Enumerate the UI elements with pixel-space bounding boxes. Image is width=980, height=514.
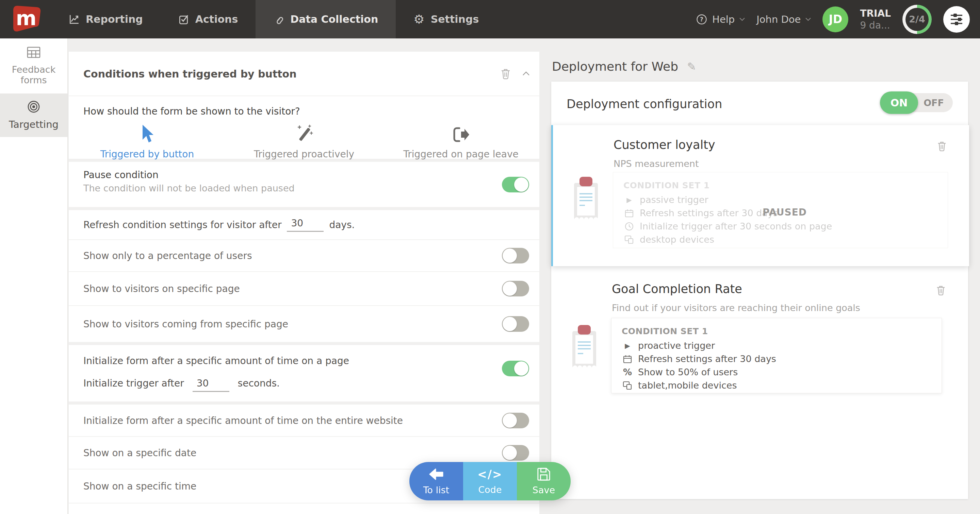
pause-condition-toggle[interactable] <box>502 177 529 192</box>
specific-page-row: Show to visitors on specific page <box>69 272 539 306</box>
deployment-config-heading: Deployment configuration <box>566 97 722 111</box>
trigger-option-button[interactable]: Triggered by button <box>69 123 226 160</box>
toggle-knob <box>503 281 517 296</box>
help-menu[interactable]: ? Help <box>696 14 745 25</box>
tab-label: Settings <box>431 13 479 25</box>
condition-line: ▶ proactive trigger <box>622 339 942 352</box>
toggle-knob <box>503 317 517 331</box>
percentage-of-users-toggle[interactable] <box>502 248 529 263</box>
toggle-knob <box>503 446 517 460</box>
devices-icon <box>622 381 633 390</box>
specific-date-toggle[interactable] <box>502 445 529 461</box>
trash-icon[interactable] <box>936 285 946 297</box>
play-icon: ▶ <box>622 342 633 350</box>
coming-from-page-toggle[interactable] <box>502 316 529 332</box>
chevron-down-icon <box>805 17 811 21</box>
form-card-subtitle: NPS measurement <box>614 159 699 169</box>
condition-line: desktop devices <box>624 233 948 246</box>
trash-icon[interactable] <box>937 141 947 153</box>
avatar[interactable]: JD <box>822 6 848 32</box>
form-card-customer-loyalty[interactable]: Customer loyalty NPS measurement <box>551 125 969 266</box>
pause-condition-row: Pause condition The condition will not b… <box>69 162 539 207</box>
sidebar-item-label: Feedback forms <box>8 64 59 85</box>
target-icon <box>27 100 40 114</box>
on-pill: ON <box>880 92 918 114</box>
section-divider <box>69 342 539 345</box>
condition-line: % Show to 50% of users <box>622 365 942 379</box>
floating-action-bar: To list </> Code Save <box>409 462 571 500</box>
onboarding-progress-ring[interactable]: 2/4 <box>902 5 932 34</box>
edit-pencil-icon[interactable]: ✎ <box>687 60 696 73</box>
trigger-option-page-leave[interactable]: Triggered on page leave <box>382 123 539 160</box>
condition-line: Refresh settings after 30 days <box>622 352 942 365</box>
trash-icon[interactable] <box>501 68 511 79</box>
toggle-knob <box>514 362 528 376</box>
specific-page-toggle[interactable] <box>502 281 529 297</box>
sidebar-item-feedback-forms[interactable]: Feedback forms <box>0 38 67 94</box>
condition-set-box: CONDITION SET 1 ▶ proactive trigger Refr… <box>611 318 942 393</box>
pause-condition-description: The condition will not be loaded when pa… <box>83 183 295 194</box>
toggle-knob <box>503 413 517 428</box>
initialize-on-page-toggle[interactable] <box>502 361 529 376</box>
row-label: Show on a specific date <box>83 447 196 458</box>
code-icon: </> <box>477 468 502 481</box>
tab-label: Actions <box>195 13 238 25</box>
tab-actions[interactable]: Actions <box>161 0 256 38</box>
deployment-onoff-switch[interactable]: OFF ON <box>881 92 953 113</box>
cursor-icon <box>140 123 154 144</box>
toggle-knob <box>503 249 517 263</box>
arrow-left-icon <box>428 467 444 481</box>
sidebar-item-label: Targetting <box>9 119 59 130</box>
to-list-button[interactable]: To list <box>409 462 463 500</box>
code-button[interactable]: </> Code <box>463 462 517 500</box>
brand-logo[interactable]: m <box>0 0 51 38</box>
sidebar-item-targetting[interactable]: Targetting <box>0 94 67 137</box>
wand-icon <box>295 123 314 144</box>
preferences-button[interactable] <box>943 6 970 33</box>
collapse-chevron-up-icon[interactable] <box>522 71 530 76</box>
save-icon <box>537 467 551 481</box>
deployment-container: Deployment configuration OFF ON Customer… <box>551 82 968 499</box>
tab-data-collection[interactable]: Data Collection <box>256 0 396 38</box>
deployment-title-row: Deployment for Web ✎ <box>552 59 696 73</box>
refresh-days-input[interactable]: 30 <box>287 217 324 232</box>
condition-text: passive trigger <box>640 194 708 205</box>
conditions-panel-header: Conditions when triggered by button <box>69 52 539 96</box>
tab-label: Reporting <box>86 13 143 25</box>
row-label: Show to visitors on specific page <box>83 283 240 294</box>
toggle-knob <box>514 178 528 192</box>
trigger-options: Triggered by button Triggered proactivel… <box>69 123 539 160</box>
initialize-entire-website-row: Initialize form after a specific amount … <box>69 405 539 437</box>
grid-icon <box>27 47 40 59</box>
section-divider <box>69 401 539 405</box>
row-label: Show only to a percentage of users <box>83 250 252 262</box>
condition-text: desktop devices <box>640 234 714 245</box>
app-root: m Reporting Actions <box>0 0 980 514</box>
left-sidebar: Feedback forms Targetting <box>0 38 68 514</box>
init-text-before: Initialize trigger after <box>83 378 184 389</box>
sliders-icon <box>949 11 964 27</box>
chevron-down-icon <box>740 17 745 21</box>
panel-header-actions <box>501 68 530 79</box>
clipboard-illustration-icon <box>572 175 600 224</box>
condition-text: proactive trigger <box>638 340 715 351</box>
help-label: Help <box>712 14 735 25</box>
row-label: Initialize form after a specific amount … <box>83 415 403 426</box>
tab-reporting[interactable]: Reporting <box>51 0 161 38</box>
trigger-option-proactive[interactable]: Triggered proactively <box>226 123 382 160</box>
user-menu[interactable]: John Doe <box>756 14 811 25</box>
init-seconds-input[interactable]: 30 <box>192 378 229 392</box>
save-button[interactable]: Save <box>517 462 571 500</box>
nav-right: ? Help John Doe JD TRIAL 9 da... <box>696 5 980 34</box>
tab-settings[interactable]: ⚙ Settings <box>396 0 496 38</box>
trial-status: TRIAL 9 da... <box>860 8 891 31</box>
link-icon <box>273 14 284 25</box>
initialize-entire-website-toggle[interactable] <box>502 413 529 428</box>
play-icon: ▶ <box>624 196 635 204</box>
tab-label: Data Collection <box>290 13 378 25</box>
percentage-of-users-row: Show only to a percentage of users <box>69 240 539 272</box>
button-label: Save <box>533 485 555 495</box>
check-square-icon <box>178 14 189 25</box>
condition-set-title: CONDITION SET 1 <box>622 326 942 336</box>
gear-icon: ⚙ <box>414 13 424 25</box>
